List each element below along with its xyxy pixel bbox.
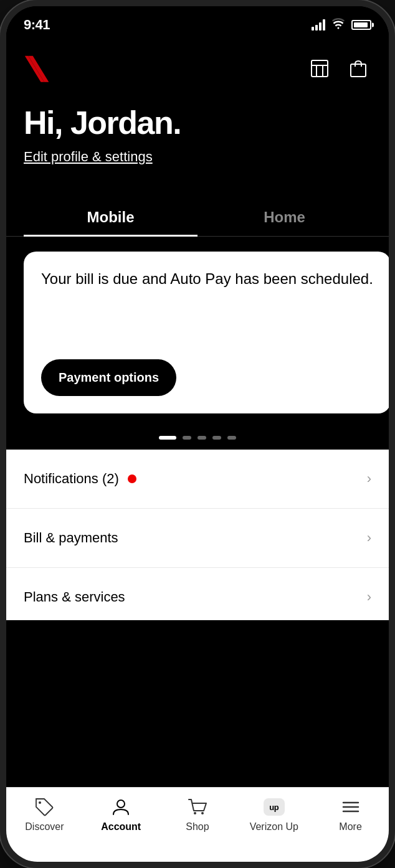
header-actions	[307, 55, 371, 82]
svg-rect-4	[351, 64, 366, 77]
svg-point-5	[39, 801, 41, 804]
notification-badge	[128, 474, 136, 483]
bill-card-title: Your bill is due and Auto Pay has been s…	[41, 269, 373, 347]
main-content: Hi, Jordan. Edit profile & settings Mobi…	[6, 93, 389, 787]
up-icon: up	[264, 796, 285, 818]
menu-icon	[340, 796, 361, 818]
greeting-text: Hi, Jordan.	[24, 106, 371, 140]
dot-5	[227, 436, 236, 440]
app-header	[6, 44, 389, 93]
svg-rect-0	[312, 60, 328, 77]
notifications-chevron: ›	[367, 471, 371, 487]
status-icons	[312, 18, 371, 32]
tab-home[interactable]: Home	[198, 209, 371, 236]
cart-icon	[187, 796, 208, 818]
status-bar: 9:41	[6, 6, 389, 44]
dot-1	[159, 436, 176, 440]
more-label: More	[339, 821, 361, 833]
phone-frame: 9:41	[0, 0, 395, 868]
status-time: 9:41	[24, 17, 50, 33]
account-label: Account	[101, 821, 141, 833]
plans-services-label: Plans & services	[24, 589, 125, 605]
notifications-item-left: Notifications (2)	[24, 471, 136, 487]
cards-section: Your bill is due and Auto Pay has been s…	[6, 237, 389, 426]
payment-options-button[interactable]: Payment options	[41, 359, 176, 396]
bill-payments-chevron: ›	[367, 530, 371, 546]
list-section: Notifications (2) › Bill & payments › Pl…	[6, 450, 389, 620]
tag-icon	[34, 796, 55, 818]
tabs-row: Mobile Home	[6, 209, 389, 237]
nav-more[interactable]: More	[312, 796, 389, 833]
dot-4	[212, 436, 221, 440]
signal-icon	[312, 19, 325, 31]
bottom-nav: Discover Account	[6, 787, 389, 862]
person-icon	[110, 796, 131, 818]
store-button[interactable]	[307, 55, 333, 82]
bill-payments-item[interactable]: Bill & payments ›	[6, 509, 389, 568]
verizon-logo	[24, 54, 58, 83]
dot-2	[183, 436, 191, 440]
plans-services-item[interactable]: Plans & services ›	[6, 568, 389, 620]
dot-3	[198, 436, 206, 440]
nav-account[interactable]: Account	[83, 796, 159, 833]
nav-discover[interactable]: Discover	[6, 796, 83, 833]
bill-payments-label: Bill & payments	[24, 530, 118, 546]
hero-section: Hi, Jordan. Edit profile & settings	[6, 93, 389, 190]
notifications-label: Notifications (2)	[24, 471, 119, 487]
carousel-dots	[6, 426, 389, 450]
discover-label: Discover	[25, 821, 64, 833]
nav-shop[interactable]: Shop	[159, 796, 236, 833]
battery-icon	[351, 20, 371, 30]
bill-payments-left: Bill & payments	[24, 530, 118, 546]
bag-button[interactable]	[345, 55, 371, 82]
notifications-item[interactable]: Notifications (2) ›	[6, 450, 389, 509]
tab-mobile[interactable]: Mobile	[24, 209, 198, 236]
edit-profile-link[interactable]: Edit profile & settings	[24, 149, 153, 164]
bill-card: Your bill is due and Auto Pay has been s…	[24, 252, 389, 413]
shop-label: Shop	[186, 821, 209, 833]
nav-verizon-up[interactable]: up Verizon Up	[236, 796, 312, 833]
wifi-icon	[331, 18, 345, 32]
verizon-up-label: Verizon Up	[250, 821, 298, 833]
svg-point-6	[117, 800, 125, 808]
plans-services-chevron: ›	[367, 589, 371, 605]
cards-scroll: Your bill is due and Auto Pay has been s…	[6, 252, 389, 413]
svg-point-7	[194, 812, 196, 814]
svg-point-8	[201, 812, 204, 814]
screen: 9:41	[6, 6, 389, 862]
plans-services-left: Plans & services	[24, 589, 125, 605]
tabs-section: Mobile Home	[6, 190, 389, 237]
